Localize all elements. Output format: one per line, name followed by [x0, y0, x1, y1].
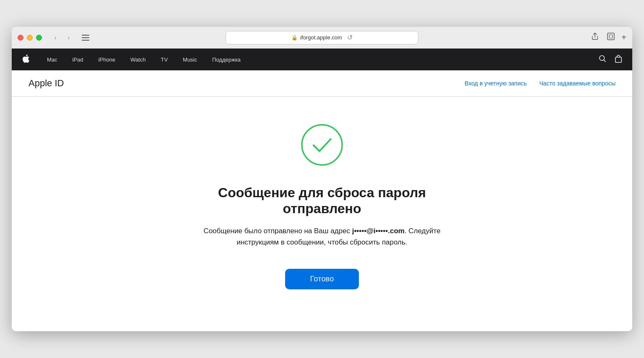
address-bar[interactable]: 🔒 iforgot.apple.com ↺ — [226, 31, 418, 44]
faq-link[interactable]: Часто задаваемые вопросы — [539, 80, 615, 87]
svg-rect-1 — [82, 37, 89, 38]
nav-icons — [599, 54, 622, 64]
nav-item-ipad[interactable]: iPad — [65, 49, 91, 70]
svg-rect-2 — [82, 40, 89, 41]
nav-item-watch[interactable]: Watch — [123, 49, 153, 70]
new-tab-button[interactable]: + — [621, 33, 626, 42]
svg-rect-6 — [615, 57, 621, 62]
svg-rect-4 — [609, 35, 613, 38]
apple-logo[interactable] — [22, 54, 29, 65]
traffic-lights — [18, 35, 42, 41]
signin-link[interactable]: Вход в учетную запись — [465, 80, 527, 87]
share-icon[interactable] — [589, 31, 600, 44]
bag-icon[interactable] — [615, 54, 622, 64]
nav-item-iphone[interactable]: iPhone — [91, 49, 123, 70]
main-content: Сообщение для сброса пароля отправлено С… — [12, 97, 632, 331]
search-icon[interactable] — [599, 55, 606, 64]
title-bar: ‹ › 🔒 iforgot.apple.com ↺ — [12, 27, 632, 49]
url-text: iforgot.apple.com — [300, 34, 342, 41]
success-icon-wrapper — [299, 122, 345, 170]
email-address: j•••••@i•••••.com — [352, 227, 405, 235]
description-prefix: Сообщение было отправлено на Ваш адрес — [203, 227, 352, 235]
nav-item-mac[interactable]: Mac — [39, 49, 65, 70]
forward-button[interactable]: › — [63, 32, 75, 44]
svg-rect-3 — [608, 33, 614, 40]
minimize-button[interactable] — [27, 35, 33, 41]
back-button[interactable]: ‹ — [49, 32, 61, 44]
maximize-button[interactable] — [36, 35, 42, 41]
apple-id-logo: Apple ID — [29, 78, 64, 89]
nav-buttons: ‹ › — [49, 32, 75, 44]
svg-point-7 — [302, 125, 342, 165]
browser-window: ‹ › 🔒 iforgot.apple.com ↺ — [12, 27, 632, 331]
header-links: Вход в учетную запись Часто задаваемые в… — [465, 80, 615, 87]
success-checkmark-icon — [299, 122, 345, 168]
lock-icon: 🔒 — [291, 35, 298, 41]
svg-rect-0 — [82, 35, 89, 36]
done-button[interactable]: Готово — [285, 269, 359, 289]
close-button[interactable] — [18, 35, 23, 41]
navbar: Mac iPad iPhone Watch TV Music Поддержка — [12, 49, 632, 70]
nav-item-music[interactable]: Music — [175, 49, 205, 70]
nav-item-tv[interactable]: TV — [153, 49, 175, 70]
sidebar-toggle-button[interactable] — [79, 32, 92, 44]
reload-icon[interactable]: ↺ — [347, 33, 353, 41]
nav-item-support[interactable]: Поддержка — [205, 49, 248, 70]
page-header: Apple ID Вход в учетную запись Часто зад… — [12, 70, 632, 97]
success-description: Сообщение было отправлено на Ваш адрес j… — [192, 225, 452, 248]
success-title: Сообщение для сброса пароля отправлено — [179, 185, 465, 217]
address-bar-container: 🔒 iforgot.apple.com ↺ — [226, 31, 418, 44]
toolbar-right: + — [589, 31, 626, 44]
tabs-icon[interactable] — [605, 31, 616, 44]
